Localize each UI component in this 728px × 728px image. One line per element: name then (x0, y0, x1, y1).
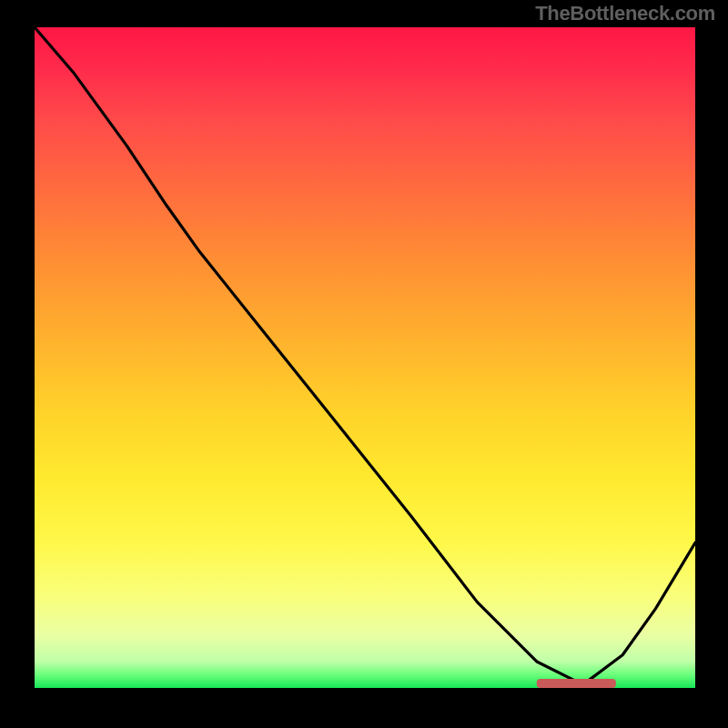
bottleneck-curve (35, 27, 695, 684)
plot-area (35, 27, 695, 688)
chart-frame: TheBottleneck.com (0, 0, 728, 728)
chart-overlay (35, 27, 695, 688)
highlight-marker (537, 679, 616, 688)
attribution-text: TheBottleneck.com (535, 2, 715, 25)
